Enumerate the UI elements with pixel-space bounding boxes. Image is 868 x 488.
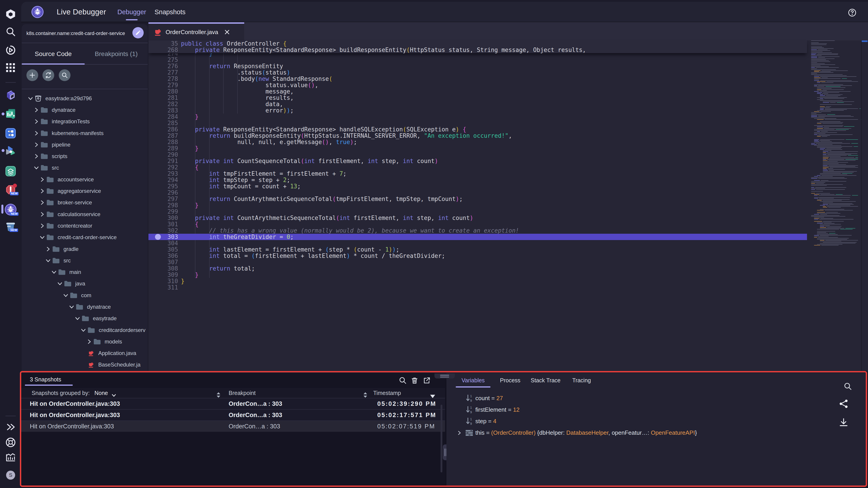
tab-debugger[interactable]: Debugger bbox=[118, 8, 146, 16]
chevron-down-icon[interactable] bbox=[63, 293, 68, 298]
tree-item-kubernetes-manifests[interactable]: kubernetes-manifests bbox=[22, 127, 148, 139]
line-number[interactable]: 304 bbox=[149, 240, 178, 247]
rail-getting-started[interactable] bbox=[0, 44, 21, 56]
variable-row-step[interactable]: 19step = 4 bbox=[446, 416, 837, 427]
rail-help[interactable] bbox=[0, 436, 21, 449]
help-button[interactable] bbox=[848, 8, 856, 17]
line-number[interactable]: 299 bbox=[149, 208, 178, 215]
chevron-right-icon[interactable] bbox=[39, 177, 45, 182]
snapshot-row[interactable]: Hit on OrderController.java:303OrderCon…… bbox=[21, 398, 445, 409]
tree-item-pipeline[interactable]: pipeline bbox=[22, 139, 148, 151]
tree-item-easytrade[interactable]: easytrade bbox=[22, 313, 148, 324]
line-number[interactable]: 303 bbox=[149, 234, 178, 240]
tree-item-aggregatorservice[interactable]: aggregatorservice bbox=[22, 185, 148, 197]
variables-tab-stack-trace[interactable]: Stack Trace bbox=[531, 377, 560, 384]
line-number[interactable]: 295 bbox=[149, 183, 178, 190]
tree-item-main[interactable]: main bbox=[22, 266, 148, 278]
line-number[interactable]: 276 bbox=[149, 63, 178, 69]
snapshot-row[interactable]: Hit on OrderController.java:303OrderCon…… bbox=[21, 409, 445, 421]
rail-live-debugger[interactable]: NEW bbox=[0, 203, 21, 216]
tree-item-creditcardorderserv[interactable]: creditcardorderserv bbox=[22, 324, 148, 336]
grouped-by-value[interactable]: None bbox=[94, 388, 108, 398]
scrollbar-thumb[interactable] bbox=[862, 40, 868, 42]
chevron-down-icon[interactable] bbox=[45, 258, 51, 263]
close-tab-button[interactable] bbox=[224, 29, 230, 35]
share-snapshot-button[interactable] bbox=[839, 399, 848, 409]
line-number[interactable]: 268 bbox=[149, 47, 178, 53]
line-number[interactable]: 278 bbox=[149, 76, 178, 82]
line-number[interactable]: 292 bbox=[149, 164, 178, 170]
chevron-right-icon[interactable] bbox=[34, 119, 39, 124]
chevron-right-icon[interactable] bbox=[34, 154, 39, 159]
chevron-right-icon[interactable] bbox=[39, 200, 45, 205]
line-number[interactable]: 302 bbox=[149, 227, 178, 234]
chevron-down-icon[interactable] bbox=[34, 165, 39, 170]
tree-item-integrationtests[interactable]: integrationTests bbox=[22, 116, 148, 127]
snapshot-row[interactable]: Hit on OrderController.java:303OrderCon…… bbox=[21, 421, 445, 432]
chevron-right-icon[interactable] bbox=[39, 177, 45, 182]
variables-tab-variables[interactable]: Variables bbox=[462, 377, 485, 384]
tree-item-broker-service[interactable]: broker-service bbox=[22, 197, 148, 208]
rail-app-engine[interactable] bbox=[0, 144, 21, 157]
expand-chevron-icon[interactable] bbox=[457, 430, 462, 435]
chevron-down-icon[interactable] bbox=[57, 281, 63, 286]
chevron-down-icon[interactable] bbox=[51, 269, 57, 275]
chevron-right-icon[interactable] bbox=[87, 339, 92, 345]
line-number[interactable]: 280 bbox=[149, 88, 178, 95]
edit-filter-button[interactable] bbox=[132, 27, 144, 38]
line-number[interactable]: 279 bbox=[149, 82, 178, 88]
line-number[interactable]: 284 bbox=[149, 113, 178, 120]
chevron-right-icon[interactable] bbox=[39, 212, 45, 217]
line-number[interactable]: 286 bbox=[149, 126, 178, 133]
line-number[interactable]: 283 bbox=[149, 107, 178, 113]
chevron-down-icon[interactable] bbox=[69, 304, 74, 310]
search-snapshots-button[interactable] bbox=[399, 377, 407, 384]
line-number[interactable]: 289 bbox=[149, 145, 178, 152]
rail-hub[interactable] bbox=[0, 89, 21, 101]
chevron-down-icon[interactable] bbox=[69, 304, 74, 310]
chevron-right-icon[interactable] bbox=[39, 223, 45, 229]
chevron-down-icon[interactable] bbox=[75, 316, 80, 321]
chevron-right-icon[interactable] bbox=[39, 188, 45, 194]
line-number[interactable]: 301 bbox=[149, 221, 178, 227]
chevron-down-icon[interactable] bbox=[39, 235, 45, 240]
expand-chevron-icon[interactable] bbox=[457, 430, 463, 435]
variables-tab-process[interactable]: Process bbox=[500, 377, 520, 384]
breakpoint-dot[interactable] bbox=[155, 234, 161, 240]
chevron-right-icon[interactable] bbox=[34, 142, 39, 148]
line-number[interactable]: 307 bbox=[149, 259, 178, 265]
tab-breakpoints[interactable]: Breakpoints (1) bbox=[85, 43, 148, 65]
tree-item-accountservice[interactable]: accountservice bbox=[22, 174, 148, 185]
search-files-button[interactable] bbox=[59, 69, 70, 81]
line-number[interactable]: 309 bbox=[149, 272, 178, 278]
line-number[interactable]: 296 bbox=[149, 190, 178, 196]
rail-buckets[interactable]: NEW bbox=[0, 220, 21, 233]
tree-item-src[interactable]: src bbox=[22, 162, 148, 174]
line-number[interactable]: 291 bbox=[149, 158, 178, 164]
variable-row-count[interactable]: 19count = 27 bbox=[446, 392, 837, 404]
tree-item-easytrade-a29d796[interactable]: easytrade:a29d796 bbox=[22, 93, 148, 104]
rail-workflows[interactable] bbox=[0, 127, 21, 139]
chevron-right-icon[interactable] bbox=[34, 119, 39, 124]
tree-item-dynatrace[interactable]: dynatrace bbox=[22, 301, 148, 313]
search-variables-button[interactable] bbox=[844, 382, 852, 390]
chevron-right-icon[interactable] bbox=[45, 247, 51, 252]
chevron-down-icon[interactable] bbox=[39, 235, 45, 240]
line-number[interactable]: 288 bbox=[149, 139, 178, 145]
chevron-down-icon[interactable] bbox=[51, 269, 57, 275]
tree-item-scripts[interactable]: scripts bbox=[22, 151, 148, 162]
line-number[interactable]: 35 bbox=[149, 40, 178, 47]
tree-item-credit-card-order-service[interactable]: credit-card-order-service bbox=[22, 232, 148, 243]
rail-problems[interactable]: NEW bbox=[0, 183, 21, 196]
panel-resize-handle[interactable] bbox=[434, 373, 455, 379]
chevron-right-icon[interactable] bbox=[34, 131, 39, 136]
tree-item-contentcreator[interactable]: contentcreator bbox=[22, 220, 148, 231]
tab-snapshots[interactable]: Snapshots bbox=[155, 8, 185, 16]
line-number[interactable]: 287 bbox=[149, 133, 178, 139]
rail-dynatrace-logo[interactable] bbox=[0, 8, 21, 21]
tree-item-calculationservice[interactable]: calculationservice bbox=[22, 208, 148, 220]
line-number[interactable]: 282 bbox=[149, 101, 178, 107]
chevron-right-icon[interactable] bbox=[39, 212, 45, 217]
filter-query[interactable]: k8s.container.name:credit-card-order-ser… bbox=[26, 24, 125, 43]
chevron-right-icon[interactable] bbox=[34, 142, 39, 148]
